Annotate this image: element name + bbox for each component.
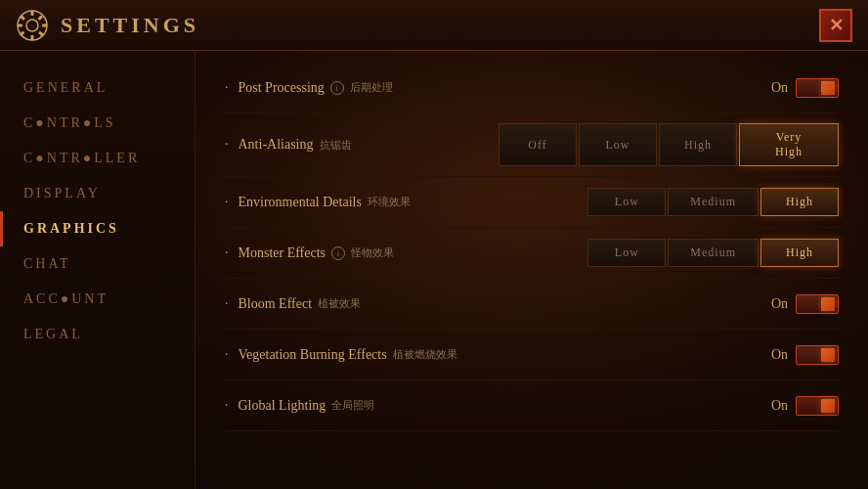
setting-label-en: Anti-Aliasing <box>239 137 314 153</box>
option-medium[interactable]: Medium <box>668 188 759 216</box>
setting-environmental-details: · Environmental Details 环境效果 Low Medium … <box>225 177 839 228</box>
setting-label-cn: 全局照明 <box>331 398 374 413</box>
option-low[interactable]: Low <box>587 188 666 216</box>
setting-label-en: Bloom Effect <box>239 296 313 312</box>
setting-label-en: Monster Effects <box>239 245 326 261</box>
option-high[interactable]: High <box>760 239 839 267</box>
option-high[interactable]: High <box>659 123 737 166</box>
svg-rect-2 <box>31 11 34 16</box>
sidebar-item-general[interactable]: GENERAL <box>0 70 195 106</box>
toggle-slider[interactable] <box>796 78 839 98</box>
toggle-slider[interactable] <box>796 345 839 365</box>
option-very-high[interactable]: Very High <box>739 123 839 166</box>
toggle-slider[interactable] <box>796 396 839 416</box>
setting-label-cn: 后期处理 <box>350 80 393 95</box>
setting-label-cn: 植被效果 <box>318 296 361 311</box>
dot-icon: · <box>225 195 229 210</box>
sidebar-item-account[interactable]: ACC●UNT <box>0 282 195 317</box>
setting-vegetation-burning: · Vegetation Burning Effects 植被燃烧效果 On <box>225 330 839 380</box>
setting-bloom-effect: · Bloom Effect 植被效果 On <box>225 279 839 330</box>
main-content: GENERAL C●NTR●LS C●NTR●LLER DISPLAY GRAP… <box>0 51 868 489</box>
setting-anti-aliasing: · Anti-Aliasing 抗锯齿 Off Low High Very Hi… <box>225 113 839 177</box>
page-title: SETTINGS <box>61 13 199 38</box>
toggle-thumb <box>821 297 835 311</box>
setting-monster-effects: · Monster Effects i 怪物效果 Low Medium High <box>225 228 839 279</box>
sidebar-item-display[interactable]: DISPLAY <box>0 176 195 211</box>
setting-controls: Low Medium High <box>499 188 839 216</box>
dot-icon: · <box>225 398 229 414</box>
option-low[interactable]: Low <box>587 239 666 267</box>
dot-icon: · <box>225 137 229 153</box>
toggle-control: On <box>759 396 839 416</box>
option-group: Low Medium High <box>587 188 839 216</box>
setting-controls: On <box>499 345 839 365</box>
setting-global-lighting: · Global Lighting 全局照明 On <box>225 380 839 431</box>
sidebar-item-graphics[interactable]: GRAPHICS <box>0 211 195 246</box>
setting-label-cn: 植被燃烧效果 <box>393 347 457 362</box>
setting-controls: On <box>499 396 839 416</box>
setting-label-en: Environmental Details <box>239 195 362 210</box>
dot-icon: · <box>225 296 229 312</box>
setting-label-en: Global Lighting <box>239 398 326 414</box>
header: SETTINGS ✕ <box>0 0 868 51</box>
svg-rect-5 <box>42 23 47 26</box>
svg-rect-3 <box>31 35 34 40</box>
toggle-thumb <box>821 348 835 362</box>
sidebar-item-chat[interactable]: CHAT <box>0 246 195 282</box>
sidebar-item-legal[interactable]: LEGAL <box>0 317 195 352</box>
toggle-control: On <box>759 294 839 314</box>
setting-label-en: Vegetation Burning Effects <box>239 347 387 363</box>
option-group: Off Low High Very High <box>499 123 839 166</box>
dot-icon: · <box>225 245 229 261</box>
toggle-slider[interactable] <box>796 294 839 314</box>
close-button[interactable]: ✕ <box>819 9 852 42</box>
setting-controls: On <box>499 294 839 314</box>
setting-controls: Low Medium High <box>499 239 839 267</box>
option-medium[interactable]: Medium <box>668 239 759 267</box>
sidebar: GENERAL C●NTR●LS C●NTR●LLER DISPLAY GRAP… <box>0 51 195 489</box>
dot-icon: · <box>225 347 229 363</box>
toggle-thumb <box>821 399 835 413</box>
svg-rect-4 <box>18 23 22 26</box>
toggle-value: On <box>759 80 788 96</box>
option-low[interactable]: Low <box>579 123 657 166</box>
toggle-value: On <box>759 296 788 312</box>
setting-label-cn: 怪物效果 <box>351 245 394 260</box>
svg-rect-7 <box>37 15 43 21</box>
option-group: Low Medium High <box>587 239 839 267</box>
setting-controls: Off Low High Very High <box>499 123 839 166</box>
toggle-control: On <box>759 78 839 98</box>
info-icon[interactable]: i <box>331 246 345 260</box>
toggle-value: On <box>759 398 788 414</box>
setting-label-cn: 抗锯齿 <box>320 138 352 153</box>
toggle-thumb <box>821 81 835 95</box>
svg-rect-8 <box>20 30 25 36</box>
option-high[interactable]: High <box>760 188 839 216</box>
toggle-control: On <box>759 345 839 365</box>
content-area: · Post Processing i 后期处理 On <box>195 51 868 489</box>
gear-icon <box>16 9 49 42</box>
settings-panel: SETTINGS ✕ GENERAL C●NTR●LS C●NTR●LLER D… <box>0 0 868 489</box>
svg-point-1 <box>26 20 38 31</box>
dot-icon: · <box>225 80 229 96</box>
sidebar-item-controller[interactable]: C●NTR●LLER <box>0 141 195 176</box>
setting-controls: On <box>499 78 839 98</box>
setting-post-processing: · Post Processing i 后期处理 On <box>225 63 839 113</box>
setting-label-en: Post Processing <box>239 80 325 96</box>
option-off[interactable]: Off <box>499 123 577 166</box>
toggle-value: On <box>759 347 788 363</box>
sidebar-item-controls[interactable]: C●NTR●LS <box>0 106 195 141</box>
info-icon[interactable]: i <box>330 81 344 95</box>
setting-label-cn: 环境效果 <box>368 195 411 209</box>
